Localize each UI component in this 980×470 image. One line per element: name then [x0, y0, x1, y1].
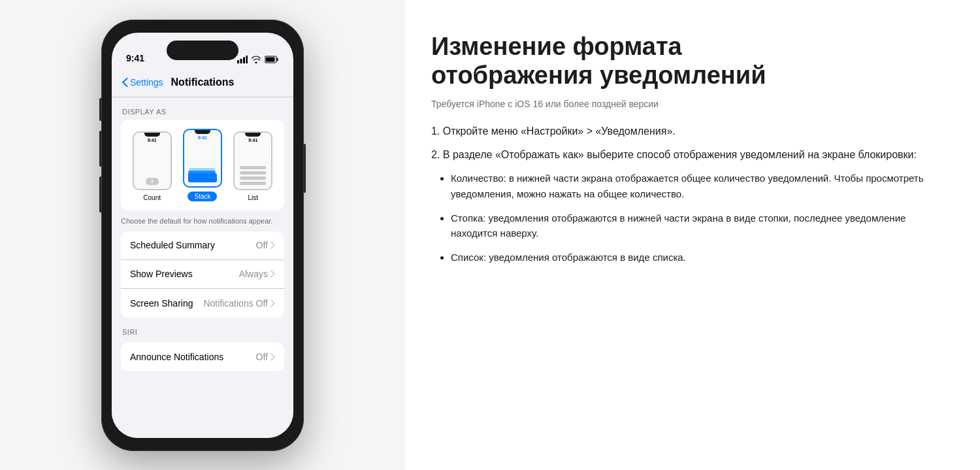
display-options: 9:41 3 Count 9:41: [129, 129, 276, 201]
wifi-icon: [251, 56, 261, 63]
svg-rect-5: [277, 58, 278, 61]
power-button: [304, 144, 306, 193]
list-label: List: [248, 194, 259, 201]
count-notch: [144, 133, 160, 137]
announce-notifications-text: Off: [256, 352, 268, 362]
count-phone-icon: 9:41 3: [133, 131, 172, 190]
bullet-stack: Стопка: уведомления отображаются в нижне…: [451, 210, 941, 241]
section-siri-label: SIRI: [122, 328, 283, 336]
signal-icon: [237, 56, 248, 63]
left-panel: 9:41: [0, 0, 405, 470]
settings-row-scheduled[interactable]: Scheduled Summary Off: [121, 231, 284, 260]
screen-content: DISPLAY AS 9:41 3 Count: [112, 97, 293, 438]
scheduled-summary-text: Off: [256, 240, 268, 250]
settings-row-announce[interactable]: Announce Notifications Off: [121, 343, 284, 371]
article-step-1: 1. Откройте меню «Настройки» > «Уведомле…: [431, 124, 941, 139]
phone-screen: 9:41: [112, 33, 293, 438]
svg-rect-6: [266, 57, 275, 61]
bullet-list: Список: уведомления отображаются в виде …: [451, 250, 941, 265]
announce-notifications-label: Announce Notifications: [130, 352, 223, 362]
dynamic-island: [167, 41, 238, 60]
count-label: Count: [143, 194, 161, 201]
chevron-right-icon-4: [270, 353, 275, 361]
article-title: Изменение форматаотображения уведомлений: [431, 33, 941, 90]
battery-icon: [265, 56, 279, 63]
stack-label: Stack: [188, 192, 217, 201]
display-as-card: 9:41 3 Count 9:41: [121, 120, 284, 210]
article-bullets: Количество: в нижней части экрана отобра…: [451, 171, 941, 274]
list-body: [235, 143, 271, 189]
vol-up-button: [99, 131, 101, 167]
display-option-stack[interactable]: 9:41 Stack: [183, 129, 222, 201]
helper-text: Choose the default for how notifications…: [121, 217, 284, 225]
scheduled-summary-label: Scheduled Summary: [130, 240, 215, 250]
nav-back-button[interactable]: Settings: [122, 77, 163, 88]
announce-notifications-value: Off: [256, 352, 275, 362]
stack-phone-icon: 9:41: [183, 129, 222, 188]
list-lines: [240, 166, 266, 185]
screen-sharing-text: Notifications Off: [203, 298, 268, 309]
nav-title: Notifications: [171, 76, 235, 88]
chevron-right-icon: [270, 241, 275, 249]
article-step-2: 2. В разделе «Отображать как» выберите с…: [431, 147, 941, 163]
nav-bar: Settings Notifications: [112, 69, 293, 97]
list-line-4: [240, 182, 266, 185]
status-icons: [237, 56, 279, 65]
show-previews-text: Always: [239, 269, 268, 279]
stack-card-3: [188, 173, 217, 182]
article-subtitle: Требуется iPhone с iOS 16 или более позд…: [431, 99, 941, 109]
svg-rect-1: [240, 59, 242, 63]
phone-mockup: 9:41: [101, 20, 304, 451]
display-option-list[interactable]: 9:41 List: [233, 131, 272, 201]
settings-row-previews[interactable]: Show Previews Always: [121, 260, 284, 289]
show-previews-value: Always: [239, 269, 275, 279]
screen-sharing-value: Notifications Off: [203, 298, 275, 309]
back-chevron-icon: [122, 78, 128, 87]
screen-sharing-label: Screen Sharing: [130, 298, 193, 309]
bullet-count: Количество: в нижней части экрана отобра…: [451, 171, 941, 201]
right-panel: Изменение форматаотображения уведомлений…: [405, 0, 980, 470]
show-previews-label: Show Previews: [130, 269, 193, 279]
status-time: 9:41: [126, 53, 144, 65]
section-display-label: DISPLAY AS: [122, 108, 283, 116]
list-time: 9:41: [248, 138, 257, 143]
settings-card-siri: Announce Notifications Off: [121, 343, 284, 371]
settings-row-screen-sharing[interactable]: Screen Sharing Notifications Off: [121, 289, 284, 318]
count-body: 3: [134, 143, 171, 189]
settings-card-main: Scheduled Summary Off Show Previews Alwa…: [121, 231, 284, 318]
list-phone-icon: 9:41: [233, 131, 272, 190]
vol-down-button: [99, 176, 101, 212]
nav-back-label: Settings: [130, 77, 163, 88]
chevron-right-icon-2: [270, 270, 275, 278]
list-line-3: [240, 176, 266, 180]
stack-body: [184, 140, 221, 186]
count-badge: 3: [146, 178, 159, 185]
list-line-1: [240, 166, 266, 169]
stack-notch: [195, 130, 210, 134]
svg-rect-3: [246, 56, 248, 63]
count-time: 9:41: [148, 138, 157, 143]
stack-cards: [188, 168, 217, 182]
stack-time: 9:41: [198, 135, 207, 140]
list-line-2: [240, 171, 266, 175]
scheduled-summary-value: Off: [256, 240, 275, 250]
chevron-right-icon-3: [270, 299, 275, 307]
svg-rect-2: [243, 57, 245, 63]
svg-rect-0: [237, 60, 239, 63]
display-option-count[interactable]: 9:41 3 Count: [133, 131, 172, 201]
list-notch: [245, 133, 261, 137]
